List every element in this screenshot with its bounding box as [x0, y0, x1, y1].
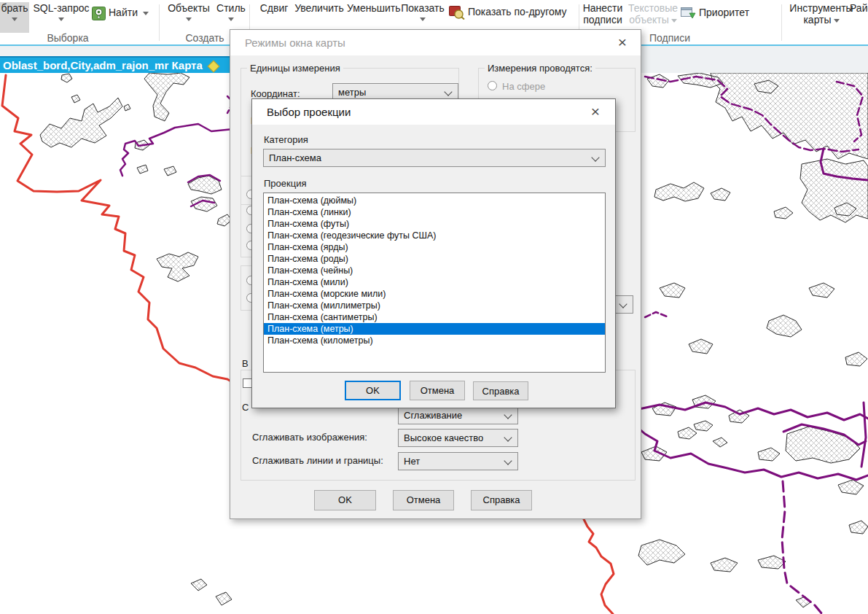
map-modes-title: Режимы окна карты	[245, 36, 345, 49]
zoom-in-label: Увеличить	[294, 2, 344, 14]
districting-label: Райо	[850, 2, 868, 14]
map-tools-label: Инструменты карты	[789, 2, 853, 26]
projection-list-item[interactable]: План-схема (морские мили)	[264, 288, 605, 300]
app-window: брать SQL-запрос Найти Объекты Стиль Выб…	[0, 0, 868, 614]
projection-list-item[interactable]: План-схема (ярды)	[264, 241, 605, 253]
smooth-lines-value: Нет	[404, 456, 420, 467]
smooth-images-value: Высокое качество	[404, 432, 483, 443]
chevron-down-icon	[12, 18, 17, 21]
zoom-in-button[interactable]: Увеличить	[293, 2, 345, 14]
pan-button[interactable]: Сдвиг	[257, 2, 292, 14]
smoothing-value: Сглаживание	[404, 410, 462, 421]
smoothing-combo[interactable]: Сглаживание	[398, 406, 518, 424]
projection-list-item[interactable]: План-схема (линки)	[264, 206, 605, 218]
districting-button[interactable]: Райо	[850, 2, 868, 14]
chevron-down-icon	[504, 456, 512, 465]
category-combo[interactable]: План-схема	[263, 149, 606, 167]
priority-icon	[681, 7, 696, 20]
on-sphere-label: На сфере	[502, 81, 545, 92]
measure-group-caption: Измерения проводятся:	[485, 63, 595, 74]
projection-title: Выбор проекции	[267, 106, 351, 118]
projection-list-item[interactable]: План-схема (роды)	[264, 253, 605, 265]
projection-titlebar[interactable]: Выбор проекции ×	[252, 99, 615, 125]
find-label: Найти	[109, 7, 138, 18]
ok-button[interactable]: OK	[345, 381, 401, 400]
select-button[interactable]: брать	[0, 2, 29, 33]
ribbon-separator	[781, 4, 782, 41]
cancel-button[interactable]: Отмена	[410, 381, 465, 400]
style-label: Стиль	[216, 2, 246, 14]
zoom-out-label: Уменьшить	[347, 2, 400, 14]
sql-query-button[interactable]: SQL-запрос	[32, 2, 90, 21]
cancel-button[interactable]: Отмена	[393, 490, 454, 510]
category-value: План-схема	[269, 152, 321, 163]
projection-list-item[interactable]: План-схема (миллиметры)	[264, 300, 605, 311]
group-label-create: Создать	[173, 32, 236, 44]
objects-label: Объекты	[168, 2, 210, 14]
close-icon[interactable]: ×	[583, 102, 608, 122]
projection-list-item[interactable]: План-схема (футы)	[264, 218, 605, 230]
smooth-images-combo[interactable]: Высокое качество	[398, 429, 518, 447]
help-button[interactable]: Справка	[471, 490, 532, 510]
objects-button[interactable]: Объекты	[166, 2, 211, 21]
sql-query-label: SQL-запрос	[33, 2, 89, 14]
smooth-lines-combo[interactable]: Нет	[398, 452, 518, 470]
ribbon-separator	[159, 4, 160, 41]
projection-label: Проекция	[264, 178, 306, 189]
show-differently-button[interactable]: Показать по-другому	[449, 6, 567, 20]
chevron-down-icon	[591, 153, 599, 161]
add-labels-button[interactable]: Нанести подписи	[582, 2, 624, 26]
text-objects-button[interactable]: Текстовые объекты	[625, 2, 681, 26]
group-label-labels: Подписи	[637, 32, 703, 44]
find-button[interactable]: Найти	[92, 7, 149, 20]
chevron-down-icon	[504, 433, 512, 441]
projection-list-item[interactable]: План-схема (мили)	[264, 276, 605, 288]
zoom-out-button[interactable]: Уменьшить	[347, 2, 399, 14]
close-icon[interactable]: ×	[610, 33, 635, 53]
smooth-lines-label: Сглаживать линии и границы:	[252, 455, 383, 466]
category-label: Категория	[264, 134, 308, 145]
priority-button[interactable]: Приоритет	[681, 7, 749, 20]
add-labels-label: Нанести подписи	[583, 2, 623, 26]
coordinates-value: метры	[338, 87, 366, 98]
select-button-label: брать	[1, 2, 28, 14]
show-differently-label: Показать по-другому	[468, 6, 567, 18]
chevron-down-icon	[444, 88, 452, 96]
projection-list-item[interactable]: План-схема (чейны)	[264, 265, 605, 276]
group-label-selection: Выборка	[22, 32, 114, 44]
map-tools-button[interactable]: Инструменты карты	[789, 2, 854, 26]
map-window-tab[interactable]: Oblast_bord,City,adm_rajon_mr Карта ×	[0, 56, 243, 73]
style-button[interactable]: Стиль	[214, 2, 248, 21]
map-modes-titlebar[interactable]: Режимы окна карты ×	[230, 30, 641, 55]
chevron-down-icon	[228, 18, 234, 21]
chevron-down-icon	[186, 18, 192, 21]
chevron-down-icon	[671, 19, 677, 23]
chevron-down-icon	[58, 18, 64, 21]
projection-list-item[interactable]: План-схема (метры)	[264, 323, 605, 335]
projection-list-item[interactable]: План-схема (дюймы)	[264, 195, 605, 206]
projection-list-item[interactable]: План-схема (геодезические футы США)	[264, 230, 605, 241]
pan-label: Сдвиг	[260, 2, 289, 14]
projection-list[interactable]: План-схема (дюймы)План-схема (линки)План…	[263, 193, 606, 373]
partial-label-smoothing: С	[242, 402, 249, 413]
chevron-down-icon	[504, 411, 512, 419]
find-pin-icon	[92, 7, 106, 20]
units-group-caption: Единицы измерения	[247, 63, 343, 74]
show-label: Показать	[401, 2, 445, 14]
coordinates-label: Координат:	[251, 88, 300, 99]
ok-button[interactable]: OK	[314, 490, 376, 510]
show-differently-icon	[449, 6, 465, 20]
on-sphere-radio[interactable]	[488, 81, 497, 90]
projection-list-item[interactable]: План-схема (сантиметры)	[264, 311, 605, 323]
chevron-down-icon	[619, 300, 627, 308]
show-button[interactable]: Показать	[401, 2, 445, 21]
smooth-images-label: Сглаживать изображения:	[252, 432, 367, 443]
partial-label-checkbox-group: В	[242, 358, 249, 369]
projection-list-item[interactable]: План-схема (километры)	[264, 335, 605, 346]
projection-dialog: Выбор проекции × Категория План-схема Пр…	[251, 98, 616, 408]
chevron-down-icon	[143, 12, 149, 15]
chevron-down-icon	[834, 19, 840, 23]
help-button[interactable]: Справка	[473, 381, 528, 400]
priority-label: Приоритет	[699, 7, 749, 18]
chevron-down-icon	[420, 18, 426, 21]
